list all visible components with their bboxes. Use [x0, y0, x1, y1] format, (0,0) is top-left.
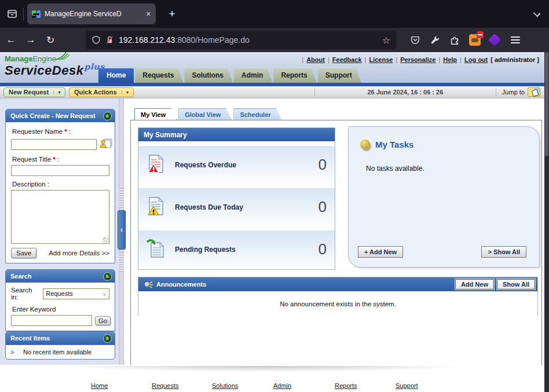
new-request-button[interactable]: New Request ▼	[3, 87, 65, 97]
link-license[interactable]: License	[369, 56, 393, 63]
servicedesk-favicon	[32, 10, 41, 18]
url-bar[interactable]: 192.168.212.43:8080/HomePage.do ☆	[86, 31, 396, 49]
announcements-header: Announcements Add New Show All	[138, 277, 537, 291]
add-new-task-button[interactable]: + Add New	[358, 246, 403, 258]
nav-tab-support[interactable]: Support	[318, 68, 361, 83]
list-tabs-chevron-icon[interactable]	[533, 10, 541, 17]
my-summary-widget: My Summary Requests Overdue 0 Requests D…	[138, 127, 335, 270]
footer-link-solutions[interactable]: Solutions	[212, 382, 238, 389]
link-logout[interactable]: Log out	[464, 56, 488, 63]
nav-tab-requests[interactable]: Requests	[135, 68, 183, 83]
description-textarea[interactable]	[11, 190, 109, 244]
forward-button[interactable]: →	[22, 31, 39, 49]
view-tabs: My View Global View Scheduler	[130, 108, 542, 120]
nav-tab-home[interactable]: Home	[98, 68, 134, 83]
pushpin-icon	[360, 140, 370, 149]
show-all-announcements-button[interactable]: Show All	[497, 279, 535, 290]
tab-scheduler[interactable]: Scheduler	[233, 108, 281, 120]
browser-scrollbar[interactable]	[544, 52, 549, 392]
purple-extension-icon[interactable]	[488, 34, 502, 47]
collapse-panel-icon[interactable]: «	[103, 112, 112, 120]
request-title-label: Request Title * :	[12, 156, 109, 163]
tampermonkey-extension-icon[interactable]	[469, 34, 481, 46]
announcements-widget: Announcements Add New Show All No announ…	[138, 277, 538, 316]
search-in-select[interactable]: Requests ⌄	[43, 288, 109, 299]
extensions-puzzle-icon[interactable]	[449, 35, 460, 45]
quick-create-title: Quick Create - New Request	[10, 112, 103, 119]
firefox-view-icon[interactable]	[3, 5, 21, 23]
footer-link-support[interactable]: Support	[396, 382, 418, 389]
link-feedback[interactable]: Feedback	[332, 56, 362, 63]
pending-requests-icon	[146, 238, 167, 261]
collapse-panel-icon[interactable]: «	[103, 272, 112, 281]
add-more-details-link[interactable]: Add more Details >>	[36, 250, 109, 257]
logo-manage: Manage	[5, 54, 32, 63]
logo-engine: Engine	[32, 54, 56, 63]
menu-hamburger-icon[interactable]	[511, 36, 520, 43]
footer-link-home[interactable]: Home	[91, 382, 108, 389]
jump-to-icon[interactable]	[528, 87, 540, 97]
bookmark-star-icon[interactable]: ☆	[382, 35, 390, 46]
logo-product: ServiceDesk	[5, 63, 83, 78]
page-content: Quick Create - New Request « Requester N…	[0, 98, 545, 365]
my-tasks-widget: My Tasks No tasks available. + Add New >…	[348, 126, 540, 268]
save-button[interactable]: Save	[11, 248, 36, 258]
summary-value: 0	[319, 156, 327, 174]
quick-actions-button[interactable]: Quick Actions ▼	[69, 87, 134, 97]
recent-items-panel: Recent Items « > No recent item availabl…	[5, 331, 115, 360]
nav-tab-reports[interactable]: Reports	[273, 68, 316, 83]
header-links: | About| Feedback| License| Personalize|…	[302, 56, 539, 63]
tab-global-view[interactable]: Global View	[178, 108, 232, 120]
keyword-input[interactable]	[11, 315, 92, 326]
pocket-icon[interactable]	[410, 35, 420, 45]
select-chevron-icon: ⌄	[102, 291, 107, 296]
requester-name-input[interactable]	[11, 139, 97, 150]
footer-link-requests[interactable]: Requests	[152, 382, 178, 389]
sidebar-collapse-handle[interactable]: ‹	[118, 210, 126, 250]
logged-in-user: [ administrator ]	[491, 56, 539, 63]
sidebar: Quick Create - New Request « Requester N…	[0, 98, 119, 365]
jump-to-control[interactable]: Jump to	[496, 87, 545, 97]
requests-overdue-icon	[146, 153, 167, 177]
summary-value: 0	[319, 198, 327, 216]
link-about[interactable]: About	[306, 56, 325, 63]
tab-close-icon[interactable]: ✕	[146, 10, 151, 18]
requester-picker-icon[interactable]	[99, 137, 113, 151]
shield-icon[interactable]	[92, 35, 101, 45]
summary-label: Requests Due Today	[175, 203, 243, 211]
summary-row-pending[interactable]: Pending Requests 0	[138, 230, 335, 268]
nav-tab-admin[interactable]: Admin	[234, 68, 272, 83]
announcements-title: Announcements	[156, 281, 206, 288]
footer-link-reports[interactable]: Reports	[335, 382, 357, 389]
lock-insecure-icon[interactable]	[105, 35, 114, 45]
collapse-panel-icon[interactable]: «	[103, 334, 112, 343]
link-help[interactable]: Help	[443, 56, 457, 63]
summary-row-overdue[interactable]: Requests Overdue 0	[138, 146, 335, 184]
url-text[interactable]: 192.168.212.43:8080/HomePage.do	[119, 35, 379, 45]
app-header: ManageEngine ServiceDeskplus | About| Fe…	[0, 52, 545, 83]
requester-name-label: Requester Name * :	[12, 128, 109, 135]
keyword-label: Enter Keyword	[12, 306, 109, 313]
browser-tab[interactable]: ManageEngine ServiceD ✕	[27, 3, 156, 24]
tab-my-view[interactable]: My View	[134, 108, 177, 120]
add-announcement-button[interactable]: Add New	[455, 279, 494, 290]
go-button[interactable]: Go	[95, 316, 111, 325]
search-title: Search	[10, 273, 103, 280]
developer-wrench-icon[interactable]	[430, 35, 440, 45]
show-all-tasks-button[interactable]: > Show All	[481, 246, 526, 258]
my-view-content: My Summary Requests Overdue 0 Requests D…	[130, 120, 542, 365]
page-footer: Home Requests Solutions Admin Reports Su…	[0, 365, 549, 392]
request-title-input[interactable]	[11, 165, 109, 176]
back-button[interactable]: ←	[2, 31, 20, 49]
summary-row-due-today[interactable]: Requests Due Today 0	[138, 188, 335, 226]
nav-tab-solutions[interactable]: Solutions	[184, 68, 233, 83]
new-request-dropdown-icon[interactable]: ▼	[53, 90, 65, 94]
scrollbar-thumb[interactable]	[545, 52, 548, 156]
new-tab-button[interactable]: +	[164, 8, 180, 20]
footer-link-admin[interactable]: Admin	[273, 382, 291, 389]
quick-actions-dropdown-icon[interactable]: ▼	[122, 90, 133, 94]
link-personalize[interactable]: Personalize	[400, 56, 435, 63]
reload-button[interactable]: ↻	[42, 31, 59, 49]
url-path: :8080/HomePage.do	[175, 35, 249, 45]
main-area: My View Global View Scheduler My Summary…	[130, 108, 542, 365]
